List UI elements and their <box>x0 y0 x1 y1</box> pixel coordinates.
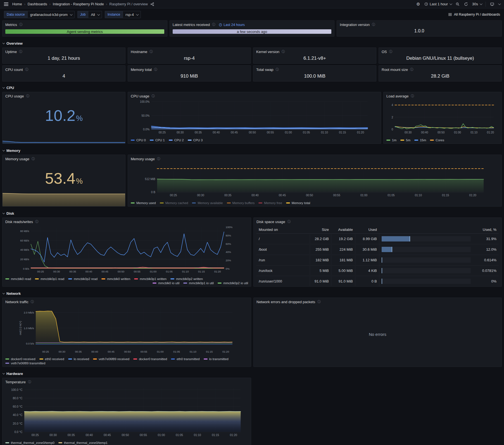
legend-item[interactable]: mmcblk0p2 read <box>68 277 98 281</box>
info-icon[interactable]: ⓘ <box>31 300 34 304</box>
info-icon[interactable]: ⓘ <box>19 22 23 27</box>
instance-select[interactable]: rsp-4 <box>123 11 141 18</box>
info-icon[interactable]: ⓘ <box>35 219 39 224</box>
last-24-hours-link[interactable]: Last 24 hours <box>219 23 245 27</box>
breadcrumb-folder[interactable]: Integration - Raspberry Pi Node <box>53 2 104 6</box>
time-range-picker[interactable]: Last 1 hour <box>424 2 451 6</box>
disk-rw-plot[interactable]: 0 B/s20 kB/s40 kB/s60 kB/s80 kB/s0%20%40… <box>3 225 251 277</box>
section-hardware[interactable]: Hardware <box>2 369 502 378</box>
breadcrumb-dashboards[interactable]: Dashboards <box>28 2 47 6</box>
info-icon[interactable]: ⓘ <box>28 380 31 384</box>
section-cpu[interactable]: CPU <box>2 83 502 92</box>
info-icon[interactable]: ⓘ <box>389 49 393 54</box>
legend-item[interactable]: thermal_thermal_zone0/temp0 <box>5 441 54 444</box>
svg-text:00:40: 00:40 <box>85 270 92 273</box>
info-icon[interactable]: ⓘ <box>410 67 413 72</box>
network-traffic-plot[interactable]: 0.0 b/s1.0 Mb/s2.0 Mb/s00:2500:3000:3500… <box>3 305 251 357</box>
zoom-out-icon[interactable] <box>455 2 460 6</box>
legend-item[interactable]: mmcblk0p2 io util <box>218 281 248 285</box>
legend-item[interactable]: Cores <box>430 138 444 142</box>
legend-item[interactable]: thermal_thermal_zone0/temp1 <box>58 441 108 444</box>
col-mounted-on[interactable]: Mounted on <box>256 226 310 233</box>
legend-item[interactable]: Memory buffers <box>227 201 255 205</box>
legend-item[interactable]: Memory used <box>131 201 156 205</box>
legend-item[interactable]: mmcblk0 io util <box>153 281 179 285</box>
refresh-icon[interactable] <box>464 2 468 6</box>
col-used-pct[interactable]: Used, % <box>473 226 499 233</box>
info-icon[interactable]: ⓘ <box>282 49 285 54</box>
col-available[interactable]: Available <box>331 226 355 233</box>
info-icon[interactable]: ⓘ <box>151 94 155 99</box>
legend-item[interactable]: mmcblk0p1 io util <box>183 281 214 285</box>
job-label[interactable]: Job <box>77 11 88 18</box>
legend-item[interactable]: 15m <box>414 138 426 142</box>
cell-mount: /boot <box>256 245 310 254</box>
legend-item[interactable]: CPU 0 <box>131 138 146 142</box>
info-icon[interactable]: ⓘ <box>275 67 279 72</box>
stat-value: 6.1.21-v8+ <box>253 55 376 63</box>
info-icon[interactable]: ⓘ <box>25 67 28 72</box>
svg-text:100%: 100% <box>226 226 233 229</box>
info-icon[interactable]: ⓘ <box>149 49 153 54</box>
svg-text:01:15: 01:15 <box>442 194 449 197</box>
info-icon[interactable]: ⓘ <box>317 300 321 304</box>
chevron-down-icon[interactable] <box>498 2 501 5</box>
info-icon[interactable]: ⓘ <box>154 67 157 72</box>
legend-item[interactable]: docker0 received <box>5 357 35 361</box>
info-icon[interactable]: ⓘ <box>411 94 414 99</box>
legend-item[interactable]: Memory available <box>192 201 223 205</box>
all-dashboards-link[interactable]: All Raspberry Pi / dashboards <box>448 13 500 16</box>
load-average-plot[interactable]: 02400:3000:4000:5001:0001:1001:20 <box>384 99 501 138</box>
legend-item[interactable]: 1m <box>386 138 396 142</box>
legend-item[interactable]: CPU 1 <box>150 138 165 142</box>
section-overview[interactable]: Overview <box>2 39 502 47</box>
info-icon[interactable]: ⓘ <box>212 22 215 27</box>
legend-item[interactable]: CPU 3 <box>188 138 203 142</box>
legend-item[interactable]: CPU 2 <box>169 138 184 142</box>
instance-label[interactable]: Instance <box>105 11 123 18</box>
svg-text:0.0 b/s: 0.0 b/s <box>26 342 34 345</box>
info-icon[interactable]: ⓘ <box>26 94 29 99</box>
cell-used-bar <box>379 234 473 244</box>
legend-item[interactable]: veth7e06f89 received <box>93 357 129 361</box>
info-icon[interactable]: ⓘ <box>32 157 35 161</box>
legend-item[interactable]: 5m <box>400 138 410 142</box>
info-icon[interactable]: ⓘ <box>19 49 22 54</box>
legend-item[interactable]: Memory free <box>258 201 282 205</box>
temperature-plot[interactable]: 0.0 °C20.0 °C40.0 °C60.0 °C80.0 °C100.0 … <box>3 385 251 441</box>
legend-item[interactable]: mmcblk0p1 read <box>35 277 64 281</box>
col-used[interactable]: Used <box>355 226 379 233</box>
cpu-usage-plot[interactable]: 0.0%50.0%100.0%00:2500:3000:3500:4000:45… <box>128 99 381 138</box>
menu-icon[interactable] <box>4 3 8 6</box>
section-memory[interactable]: Memory <box>2 146 502 155</box>
legend-item[interactable]: mmcblk0 read <box>5 277 31 281</box>
tv-mode-icon[interactable] <box>490 2 494 6</box>
info-icon[interactable]: ⓘ <box>157 157 160 161</box>
legend-item[interactable]: docker0 transmitted <box>133 357 167 361</box>
datasource-select[interactable]: grafanacloud-k3d-prom <box>27 11 75 18</box>
section-disk[interactable]: Disk <box>2 209 502 217</box>
memory-usage-plot[interactable]: 0 B512 MiB00:2500:3000:3500:4000:4500:50… <box>128 162 501 201</box>
legend-item[interactable]: mmcblk0 written <box>101 277 130 281</box>
legend-item[interactable]: eth0 transmitted <box>171 357 199 361</box>
job-select[interactable]: All <box>88 11 102 18</box>
legend-item[interactable]: eth0 received <box>39 357 64 361</box>
legend-item[interactable]: Memory total <box>286 201 310 205</box>
svg-text:00:40: 00:40 <box>91 350 98 353</box>
legend-item[interactable]: lo transmitted <box>204 357 229 361</box>
legend-item[interactable]: veth7e06f89 transmitted <box>5 362 45 365</box>
legend-item[interactable]: mmcblk0p1 written <box>134 277 167 281</box>
info-icon[interactable]: ⓘ <box>372 22 375 27</box>
section-network[interactable]: Network <box>2 289 502 298</box>
legend-item[interactable]: mmcblk0p2 written <box>170 277 203 281</box>
refresh-interval-picker[interactable]: 30s <box>472 2 482 6</box>
info-icon[interactable]: ⓘ <box>287 219 291 224</box>
chevron-down-icon <box>70 13 73 16</box>
legend-item[interactable]: Memory cached <box>160 201 188 205</box>
breadcrumb-home[interactable]: Home <box>12 2 22 6</box>
share-icon[interactable] <box>150 2 154 6</box>
dashboard-settings-icon[interactable]: ⚙ <box>416 2 420 6</box>
datasource-label[interactable]: Data source <box>4 11 27 18</box>
legend-item[interactable]: lo received <box>68 357 89 361</box>
col-size[interactable]: Size <box>310 226 331 233</box>
